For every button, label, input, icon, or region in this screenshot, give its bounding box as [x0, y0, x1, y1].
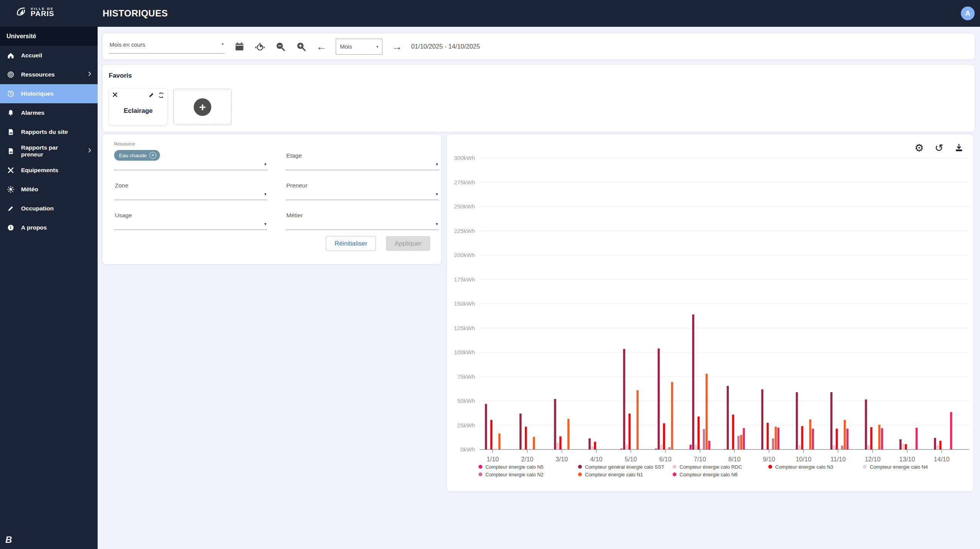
footer-logo: B [5, 534, 12, 545]
caret-down-icon: ▾ [436, 162, 438, 167]
app-root: VILLE DE PARIS HISTORIQUES A Université … [0, 0, 980, 549]
svg-text:225kWh: 225kWh [454, 228, 475, 234]
apply-button[interactable]: Appliquer [386, 236, 430, 251]
etage-select[interactable]: Etage ▾ [286, 150, 439, 170]
resource-label: Ressource [114, 142, 135, 146]
usage-label: Usage [115, 212, 132, 219]
paris-logo: VILLE DE PARIS [15, 5, 54, 18]
metier-select[interactable]: Métier ▾ [286, 210, 439, 230]
user-avatar[interactable]: A [961, 7, 975, 20]
sidebar-item-accueil[interactable]: Accueil [0, 46, 98, 65]
bell-icon [7, 109, 15, 117]
metier-label: Métier [286, 212, 303, 219]
sidebar-item-historiques[interactable]: Historiques [0, 84, 98, 103]
granularity-select[interactable]: Mois ▾ [336, 39, 382, 55]
logo-line2: PARIS [31, 11, 54, 17]
chart-reset-icon[interactable]: ↺ [933, 142, 945, 154]
page-title: HISTORIQUES [103, 0, 168, 27]
svg-text:125kWh: 125kWh [454, 325, 475, 331]
legend-item[interactable]: Compteur énergie calo N4 [863, 464, 959, 470]
legend-dot [578, 472, 582, 476]
top-bar: VILLE DE PARIS HISTORIQUES A [0, 0, 980, 27]
period-select[interactable]: Mois en cours ▾ [109, 40, 224, 54]
favorite-card-eclairage[interactable]: Eclairage [109, 89, 167, 125]
next-period-arrow[interactable]: → [392, 41, 402, 52]
sidebar-item-rapports-preneur[interactable]: Rapports par preneur [0, 142, 98, 161]
zoom-in-icon[interactable] [296, 41, 307, 52]
legend-label: Compteur général énergie calo SST [585, 464, 664, 470]
svg-text:150kWh: 150kWh [454, 300, 475, 307]
chart-settings-icon[interactable]: ⚙ [913, 142, 925, 154]
sidebar-item-label: A propos [21, 224, 92, 231]
refresh-icon[interactable] [158, 92, 164, 98]
legend-item[interactable]: Compteur général énergie calo SST [578, 464, 673, 470]
chart-download-icon[interactable] [953, 142, 965, 154]
legend-label: Compteur énergie calo N5 [485, 464, 544, 470]
add-favorite-button[interactable]: + [173, 89, 232, 125]
resource-chip-label: Eau chaude [119, 153, 147, 158]
sidebar-item-label: Alarmes [21, 109, 92, 116]
svg-text:250kWh: 250kWh [454, 203, 475, 210]
legend-item[interactable]: Compteur énergie calo N6 [673, 472, 768, 477]
chart-panel: ⚙ ↺ 0kWh25kWh50kWh75kWh100kWh125kWh150kW… [447, 135, 973, 491]
zone-select[interactable]: Zone ▾ [114, 180, 267, 200]
legend-label: Compteur énergie calo N6 [679, 472, 738, 477]
svg-text:10/10: 10/10 [795, 456, 811, 463]
period-select-value: Mois en cours [109, 41, 145, 48]
legend-dot [479, 465, 482, 469]
sidebar-item-alarmes[interactable]: Alarmes [0, 103, 98, 122]
legend-item[interactable]: Compteur énergie calo N5 [479, 464, 578, 470]
sidebar-item-rapports-site[interactable]: Rapports du site [0, 122, 98, 142]
usage-select[interactable]: Usage ▾ [114, 210, 267, 230]
chart-legend: Compteur énergie calo N5Compteur général… [479, 463, 969, 478]
sidebar-item-occupation[interactable]: Occupation [0, 199, 98, 218]
resource-select[interactable]: Eau chaude ✕ ▾ [114, 150, 267, 170]
filters-panel: Ressource Eau chaude ✕ ▾ Etage ▾ Zone ▾ [103, 135, 441, 264]
close-icon[interactable] [112, 92, 118, 98]
chevron-right-icon [87, 148, 92, 155]
sidebar-item-equipements[interactable]: Equipements [0, 161, 98, 180]
sidebar-item-label: Historiques [21, 90, 92, 97]
reset-button[interactable]: Réinitialiser [326, 236, 376, 251]
legend-dot [479, 472, 482, 476]
legend-dot [863, 465, 867, 469]
report-icon [7, 128, 15, 136]
legend-label: Compteur énergie calo N3 [775, 464, 833, 470]
svg-text:11/10: 11/10 [830, 456, 846, 463]
zoom-out-icon[interactable] [275, 41, 286, 52]
svg-text:14/10: 14/10 [934, 456, 949, 463]
caret-down-icon: ▾ [264, 192, 266, 197]
legend-item[interactable]: Compteur énergie calo N2 [479, 472, 578, 477]
sidebar-item-meteo[interactable]: Météo [0, 180, 98, 199]
period-toolbar: Mois en cours ▾ [103, 34, 975, 59]
info-icon [7, 223, 15, 232]
sidebar-item-ressources[interactable]: Ressources [0, 65, 98, 84]
bar-chart[interactable]: 0kWh25kWh50kWh75kWh100kWh125kWh150kWh175… [447, 135, 973, 491]
svg-text:300kWh: 300kWh [454, 155, 475, 161]
svg-text:3/10: 3/10 [555, 456, 568, 463]
sidebar-item-apropos[interactable]: A propos [0, 218, 98, 237]
org-header: Université [0, 27, 98, 46]
previous-period-arrow[interactable]: ← [316, 41, 327, 52]
timer-icon[interactable] [254, 41, 266, 52]
avatar-initial: A [965, 10, 970, 18]
legend-label: Compteur énergie calo RDC [679, 464, 742, 470]
svg-text:4/10: 4/10 [590, 456, 603, 463]
chip-remove-icon[interactable]: ✕ [149, 152, 156, 159]
caret-down-icon: ▾ [376, 45, 378, 49]
report-icon [7, 147, 15, 155]
edit-icon[interactable] [148, 92, 155, 98]
sidebar-item-label: Météo [21, 186, 92, 193]
history-icon [7, 90, 15, 98]
svg-text:50kWh: 50kWh [457, 397, 475, 404]
calendar-icon[interactable] [234, 41, 245, 52]
sidebar: Université Accueil Ressources [0, 27, 98, 549]
sidebar-item-label: Rapports du site [21, 129, 92, 135]
preneur-select[interactable]: Preneur ▾ [286, 180, 439, 200]
favorites-heading: Favoris [109, 72, 969, 80]
sidebar-item-label: Accueil [21, 52, 92, 59]
target-icon [7, 70, 15, 79]
legend-item[interactable]: Compteur énergie calo N1 [578, 472, 673, 477]
legend-item[interactable]: Compteur énergie calo RDC [673, 464, 768, 470]
legend-item[interactable]: Compteur énergie calo N3 [768, 464, 863, 470]
